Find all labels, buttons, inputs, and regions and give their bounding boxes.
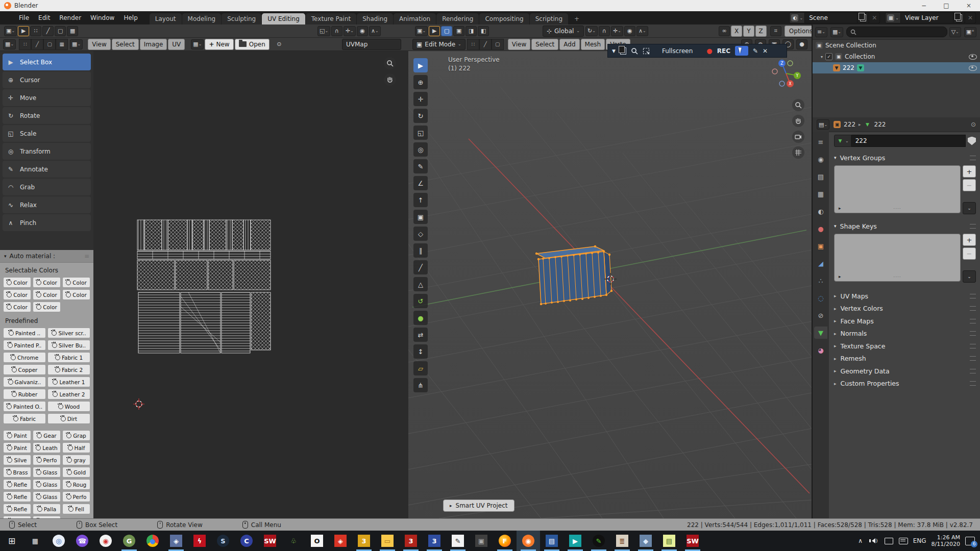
v3d-select-mode-button[interactable]: ∷ (467, 39, 479, 50)
collapsed-panel-header[interactable]: ▸ Face Maps (834, 315, 976, 328)
taskbar-icon-oval-app[interactable]: O (305, 531, 329, 551)
tray-chevron-icon[interactable]: ∧ (856, 536, 865, 545)
taskbar-icon-solidworks-2019[interactable]: SW (681, 531, 704, 551)
uv-ts-mode-button[interactable]: ▢ (55, 26, 66, 36)
small-material-button[interactable]: Half (62, 442, 90, 453)
list-expander-icon[interactable]: ▸ (839, 206, 841, 211)
add-shape-key-button[interactable]: + (963, 234, 976, 246)
taskbar-icon-green-pen-app[interactable]: ✎ (587, 531, 610, 551)
uv-ts-mode-button[interactable]: ╱ (42, 26, 54, 36)
workspace-tab[interactable]: Texture Paint (306, 13, 356, 24)
recorder-menu-icon[interactable]: ▼ (612, 48, 616, 54)
small-material-button[interactable]: Glass (33, 491, 61, 502)
outliner-filter-dropdown[interactable]: ▦⌄ (830, 27, 843, 37)
panel-grip[interactable] (970, 156, 976, 160)
small-material-button[interactable]: Grap (62, 430, 90, 441)
small-material-button[interactable]: Roug (62, 479, 90, 490)
uv-pivot-dropdown[interactable]: ◱⌄ (317, 26, 330, 36)
workspace-tab[interactable]: Scripting (530, 13, 568, 24)
uv-menu-item[interactable]: View (88, 39, 110, 50)
close-button[interactable]: × (958, 0, 980, 11)
viewport-zoom-icon[interactable] (792, 99, 804, 111)
panel-menu-icon[interactable]: ≡ (84, 253, 89, 260)
predefined-material-button[interactable]: Leather 2 (47, 389, 90, 399)
outliner-search-input[interactable] (846, 27, 947, 37)
small-material-button[interactable]: Silve (3, 455, 31, 465)
predefined-material-button[interactable]: Fabric 2 (47, 364, 90, 375)
taskbar-icon-red-diamond-app[interactable]: ◈ (329, 531, 352, 551)
operator-panel[interactable]: ▸ Smart UV Project (443, 499, 514, 512)
clock[interactable]: 1:26 AM 8/11/2020 (932, 534, 960, 547)
viewport-camera-icon[interactable] (792, 131, 804, 143)
properties-tab-scene[interactable]: ◐ (814, 205, 827, 217)
uv-falloff-dropdown[interactable]: ∧⌄ (369, 26, 381, 36)
viewport-tool-loop-cut[interactable]: ∥ (413, 243, 428, 258)
editor-type-dropdown[interactable]: ▦⌄ (3, 39, 16, 49)
outliner-display-mode-dropdown[interactable]: ≡⌄ (815, 27, 827, 37)
small-material-button[interactable]: Perfo (33, 455, 61, 465)
uv-proportional-edit-toggle[interactable]: ◉ (357, 26, 368, 36)
viewport-tool-extrude[interactable]: ↑ (413, 193, 428, 207)
collection-checkbox[interactable]: ✓ (825, 53, 832, 60)
open-image-button[interactable]: Open (235, 39, 270, 50)
color-material-button[interactable]: Color (62, 289, 90, 300)
uv-tool[interactable]: ∧ Pinch (3, 214, 91, 231)
shape-key-specials-dropdown[interactable]: ⌄ (963, 270, 976, 283)
panel-grip[interactable] (970, 319, 976, 323)
color-material-button[interactable]: Color (33, 302, 61, 312)
notification-center-icon[interactable]: 6 (965, 537, 975, 545)
mode-dropdown[interactable]: ▣ Edit Mode⌄ (412, 39, 465, 50)
pin-id-icon[interactable]: ⊙ (971, 121, 976, 128)
uv-pan-hand-icon[interactable] (384, 73, 396, 86)
color-material-button[interactable]: Color (3, 289, 31, 300)
image-browse-dropdown[interactable]: ▦⌄ (191, 39, 204, 49)
menu-item[interactable]: Window (86, 11, 119, 24)
small-material-button[interactable]: Paint (3, 430, 31, 441)
shape-keys-panel-header[interactable]: ▾ Shape Keys (834, 220, 976, 232)
taskbar-icon-file-explorer[interactable]: ▭ (376, 531, 399, 551)
workspace-tab[interactable]: Rendering (436, 13, 479, 24)
v3d-select-mode-button-3[interactable]: ◨ (465, 26, 477, 36)
viewport-tool-rotate[interactable]: ↻ (413, 109, 428, 123)
menu-item[interactable]: Help (119, 11, 142, 24)
small-material-button[interactable]: Refle (3, 491, 31, 502)
small-material-button[interactable]: Refle (3, 479, 31, 490)
uv-tool[interactable]: ⊕ Cursor (3, 71, 91, 88)
workspace-tab[interactable]: Modeling (182, 13, 222, 24)
v3d-select-mode-button-2[interactable]: ▣ (453, 26, 464, 36)
sticky-selection-dropdown[interactable]: ▦⌄ (70, 39, 83, 49)
workspace-tab[interactable]: Animation (394, 13, 436, 24)
list-resize-grip[interactable]: ···· (893, 206, 901, 211)
proportional-edit-toggle[interactable]: ◉ (624, 26, 635, 36)
snap-grid-icon[interactable]: ⌗ (770, 26, 781, 36)
collapsed-panel-header[interactable]: ▸ Vertex Colors (834, 303, 976, 315)
outliner-row-scene-collection[interactable]: ▣ Scene Collection (813, 40, 980, 51)
outliner-row-collection[interactable]: ▾ ✓ ▣ Collection (813, 51, 980, 62)
taskbar-icon-plant-app[interactable]: ♧ (282, 531, 305, 551)
uv-tool[interactable]: ◱ Scale (3, 125, 91, 142)
collapsed-panel-header[interactable]: ▸ Geometry Data (834, 365, 976, 378)
recorder-pause-button[interactable] (735, 46, 748, 56)
taskbar-icon-notes-app[interactable]: ▤ (657, 531, 681, 551)
taskbar-icon-notepad[interactable]: ✎ (446, 531, 470, 551)
taskbar-icon-winrar[interactable]: ≣ (610, 531, 634, 551)
language-indicator[interactable]: ENG (913, 537, 926, 544)
properties-tab-output[interactable]: ▤ (814, 170, 827, 183)
uv-ts-mode-button[interactable]: ▦ (67, 26, 78, 36)
taskbar-icon-badge-app[interactable]: ◈ (164, 531, 188, 551)
network-icon[interactable] (885, 536, 894, 545)
menu-item[interactable]: Render (55, 11, 86, 24)
properties-tab-world[interactable]: ● (814, 222, 827, 235)
workspace-tab[interactable]: + (569, 13, 585, 24)
viewport-menu-item[interactable]: View (508, 39, 530, 50)
unlink-scene-button[interactable]: ✕ (869, 12, 880, 23)
predefined-material-button[interactable]: Fabric (3, 413, 46, 424)
recorder-window-icon[interactable] (620, 47, 626, 55)
recorder-zoom-icon[interactable] (631, 47, 638, 55)
predefined-material-button[interactable]: Silver scr.. (47, 328, 90, 338)
uv-tool[interactable]: ▶ Select Box (3, 54, 91, 70)
remove-vertex-group-button[interactable]: − (963, 179, 976, 191)
uv-menu-item[interactable]: Select (112, 39, 139, 50)
small-material-button[interactable]: Fell (62, 504, 90, 514)
taskbar-icon-firefox[interactable]: F (493, 531, 517, 551)
